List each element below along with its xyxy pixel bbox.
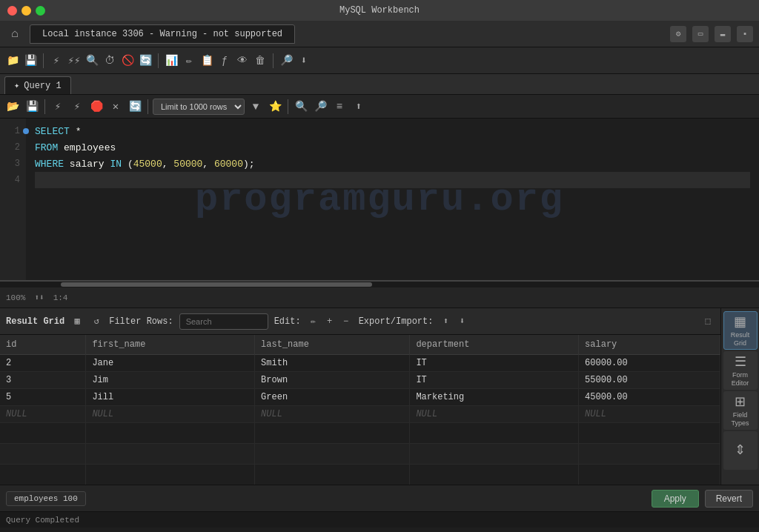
sql-icon: ✦ — [14, 80, 19, 91]
schema-view-icon[interactable]: 👁 — [234, 53, 251, 69]
toggle-output-icon[interactable]: 🔄 — [127, 99, 143, 115]
limit-dropdown-icon[interactable]: ▼ — [248, 99, 264, 115]
find-replace-icon[interactable]: 🔎 — [312, 99, 328, 115]
folder-icon[interactable]: 📁 — [4, 53, 21, 69]
export-result-icon[interactable]: ⬆ — [351, 99, 367, 115]
cell-id: 2 — [0, 355, 86, 372]
editor-code: SELECT * FROM employees WHERE salary IN … — [26, 119, 759, 193]
table-badge[interactable]: employees 100 — [6, 491, 86, 506]
delete-row-icon[interactable]: − — [339, 315, 353, 328]
select-star: * — [76, 126, 82, 137]
table-row[interactable]: 3JimBrownIT55000.00 — [0, 372, 720, 389]
null-cell: NULL — [0, 406, 86, 423]
result-grid-button[interactable]: ▦ ResultGrid — [723, 311, 758, 350]
line-indicator-1 — [23, 128, 29, 134]
close-button[interactable] — [7, 6, 17, 16]
cell-id: 5 — [0, 389, 86, 406]
code-line-2: FROM employees — [35, 139, 750, 156]
cell-last_name: Smith — [255, 355, 410, 372]
title-bar: MySQL Workbench — [0, 0, 759, 21]
maximize-button[interactable] — [36, 6, 45, 16]
apply-button[interactable]: Apply — [652, 490, 699, 508]
cell-salary: 60000.00 — [579, 355, 720, 372]
layout-icon-2[interactable]: ▬ — [715, 26, 731, 42]
table-add-icon[interactable]: 📊 — [163, 53, 179, 69]
right-sidebar: ▦ ResultGrid ☰ FormEditor ⊞ FieldTypes ⇕ — [720, 308, 759, 485]
edit-label: Edit: — [274, 316, 301, 327]
line-number-4: 4 — [0, 172, 26, 188]
col-header-department: department — [410, 335, 579, 355]
inspect-icon[interactable]: 🔎 — [278, 53, 294, 69]
detach-icon[interactable]: ⬚ — [701, 315, 715, 328]
line-number-3: 3 — [0, 156, 26, 172]
table-row[interactable]: 5JillGreenMarketing45000.00 — [0, 389, 720, 406]
refresh-icon[interactable]: 🔄 — [137, 53, 153, 69]
procedure-icon[interactable]: 📋 — [199, 53, 215, 69]
nav-right-icons: ⚙ ▭ ▬ ▪ — [670, 26, 753, 42]
layout-icon-1[interactable]: ▭ — [692, 26, 709, 42]
save-icon[interactable]: 💾 — [22, 53, 39, 69]
star-icon[interactable]: ⭐ — [267, 99, 283, 115]
line-number-2: 2 — [0, 139, 26, 156]
col-header-last-name: last_name — [255, 335, 410, 355]
table-row[interactable]: 2JaneSmithIT60000.00 — [0, 355, 720, 372]
import-icon[interactable]: ⬇ — [296, 53, 312, 69]
edit-row-icon[interactable]: ✏ — [307, 315, 320, 328]
instance-tab[interactable]: Local instance 3306 - Warning - not supp… — [30, 24, 295, 44]
settings-icon[interactable]: ⚙ — [670, 26, 686, 42]
open-sql-icon[interactable]: 📂 — [4, 99, 21, 115]
stop-icon[interactable]: 🔍 — [84, 53, 100, 69]
table-header-row: id first_name last_name department salar… — [0, 335, 720, 355]
run-query-icon[interactable]: ⚡ — [50, 99, 66, 115]
cell-department: Marketing — [410, 389, 579, 406]
debug-icon[interactable]: ⏱ — [102, 53, 118, 69]
field-types-icon: ⊞ — [735, 393, 746, 410]
empty-row — [0, 423, 720, 444]
code-line-3: WHERE salary IN (45000, 50000, 60000); — [35, 156, 750, 172]
revert-button[interactable]: Revert — [705, 490, 753, 508]
scroll-thumb[interactable] — [61, 282, 372, 287]
result-toolbar: Result Grid ▦ ↺ Filter Rows: Edit: ✏ + −… — [0, 308, 720, 335]
refresh-result-icon[interactable]: ↺ — [90, 315, 103, 328]
export-icon[interactable]: ⬆ — [439, 315, 452, 328]
grid-view-icon[interactable]: ▦ — [70, 315, 84, 328]
schema-drop-icon[interactable]: 🗑 — [252, 53, 268, 69]
table-edit-icon[interactable]: ✏ — [181, 53, 197, 69]
query-tab-1[interactable]: ✦ Query 1 — [4, 76, 71, 94]
query-tab-label: Query 1 — [24, 81, 61, 91]
run-icon[interactable]: ⚡ — [48, 53, 64, 69]
search-input[interactable] — [179, 313, 268, 330]
editor-scrollbar[interactable] — [0, 282, 759, 287]
minimize-button[interactable] — [21, 6, 31, 16]
empty-row — [0, 444, 720, 465]
col-header-first-name: first_name — [86, 335, 255, 355]
cancel-query-icon[interactable]: ✕ — [107, 99, 124, 115]
window-controls — [7, 6, 45, 16]
toggle-button[interactable]: ⇕ — [723, 431, 758, 470]
table-name: employees — [64, 142, 116, 153]
run-selection-icon[interactable]: ⚡ — [69, 99, 85, 115]
home-icon[interactable]: ⌂ — [6, 25, 24, 43]
null-cell: NULL — [579, 406, 720, 423]
keyword-select: SELECT — [35, 126, 70, 137]
sql-editor[interactable]: 1 2 3 4 SELECT * FROM employees WHERE sa… — [0, 119, 759, 282]
export-icons: ⬆ ⬇ — [439, 315, 468, 328]
save-sql-icon[interactable]: 💾 — [24, 99, 40, 115]
layout-icon-3[interactable]: ▪ — [737, 26, 753, 42]
run-all-icon[interactable]: ⚡⚡ — [66, 53, 82, 69]
data-table[interactable]: id first_name last_name department salar… — [0, 335, 720, 485]
field-types-button[interactable]: ⊞ FieldTypes — [723, 391, 758, 430]
null-row: NULLNULLNULLNULLNULL — [0, 406, 720, 423]
stop-query-icon[interactable]: 🛑 — [88, 99, 105, 115]
beautify-icon[interactable]: ≡ — [331, 99, 348, 115]
search-icon[interactable]: 🔍 — [293, 99, 309, 115]
add-row-icon[interactable]: + — [323, 315, 337, 328]
cancel-icon[interactable]: 🚫 — [119, 53, 136, 69]
function-icon[interactable]: ƒ — [216, 53, 233, 69]
limit-rows-select[interactable]: Limit to 1000 rows — [153, 99, 245, 115]
form-editor-button[interactable]: ☰ FormEditor — [723, 351, 758, 390]
import-icon[interactable]: ⬇ — [455, 315, 468, 328]
keyword-in: IN — [110, 159, 122, 170]
cell-last_name: Green — [255, 389, 410, 406]
toggle-icon: ⇕ — [735, 442, 746, 458]
